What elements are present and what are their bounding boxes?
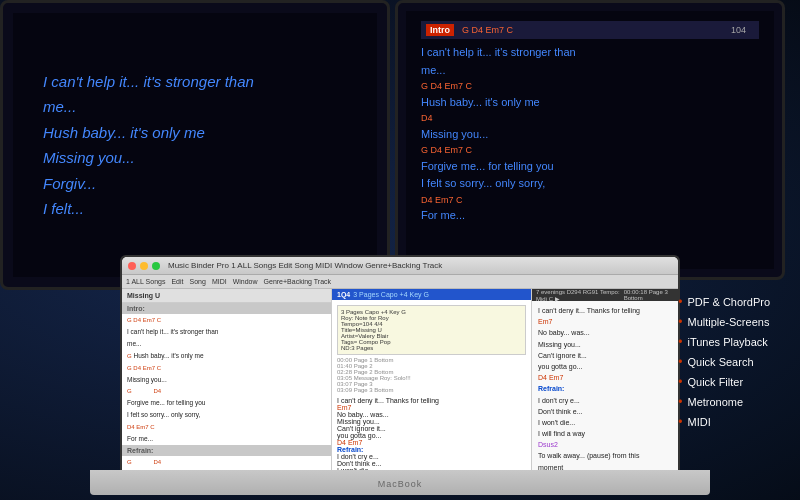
pr-line5: you gotta go... — [538, 361, 672, 372]
tv-left: I can't help it... it's stronger than me… — [0, 0, 390, 290]
panel-middle-header: 1Q4 3 Pages Capo +4 Key G — [332, 289, 531, 300]
bullet-icon: • — [678, 415, 682, 429]
song-line: me... — [122, 338, 331, 350]
feature-itunes: • iTunes Playback — [678, 335, 770, 349]
feature-label: Quick Filter — [687, 376, 743, 388]
tv-right-screen: Intro G D4 Em7 C 104 I can't help it... … — [406, 11, 774, 269]
pm-line6: I don't cry e... — [337, 453, 526, 460]
pm-header-info: 3 Pages Capo +4 Key G — [353, 291, 429, 298]
song-line: G D4 Em7 C — [122, 314, 331, 326]
pm-line4: Can't ignore it... — [337, 425, 526, 432]
feature-pdf: • PDF & ChordPro — [678, 295, 770, 309]
tvr-line2: me... — [421, 62, 759, 80]
pr-line11: moment — [538, 462, 672, 470]
tv-left-line4: Missing you... — [43, 145, 347, 171]
pm-line1: I can't deny it... Thanks for telling — [337, 397, 526, 404]
pr-bar-text: 7 evenings D294 RG91 Tempo: Midi C ▶ — [536, 289, 621, 302]
macbook-base: MacBook — [90, 470, 710, 495]
bullet-icon: • — [678, 395, 682, 409]
panel-right: 7 evenings D294 RG91 Tempo: Midi C ▶ 00:… — [532, 289, 678, 470]
minimize-button[interactable] — [140, 262, 148, 270]
tv-right-content: I can't help it... it's stronger than me… — [421, 44, 759, 225]
features-list: • PDF & ChordPro • Multiple-Screens • iT… — [678, 295, 770, 429]
pr-line3: Missing you... — [538, 339, 672, 350]
bullet-icon: • — [678, 355, 682, 369]
tvr-chord1: G D4 Em7 C — [421, 79, 759, 93]
bullet-icon: • — [678, 315, 682, 329]
tvr-line4: Missing you... — [421, 126, 759, 144]
menu-window[interactable]: Window — [233, 278, 258, 285]
tv-left-line3: Hush baby... it's only me — [43, 120, 347, 146]
pr-chord1: Em7 — [538, 316, 672, 327]
pr-line6: I don't cry e... — [538, 395, 672, 406]
song-line: G D4 — [122, 385, 331, 397]
tv-right-topbar: Intro G D4 Em7 C 104 — [421, 21, 759, 39]
maximize-button[interactable] — [152, 262, 160, 270]
song-line: For me... — [122, 433, 331, 445]
bullet-icon: • — [678, 295, 682, 309]
feature-screens: • Multiple-Screens — [678, 315, 770, 329]
panel-left: Missing U Intro: G D4 Em7 C I can't help… — [122, 289, 332, 470]
tvr-line6: I felt so sorry... only sorry, — [421, 175, 759, 193]
tv-left-line5: Forgiv... — [43, 171, 347, 197]
tv-intro-badge: Intro — [426, 24, 454, 36]
feature-label: PDF & ChordPro — [687, 296, 770, 308]
pr-line1: I can't deny it... Thanks for telling — [538, 305, 672, 316]
feature-quick-search: • Quick Search — [678, 355, 770, 369]
tvr-line7: For me... — [421, 207, 759, 225]
pm-content: 3 Pages Capo +4 Key G Roy: Note for Roy … — [332, 300, 531, 470]
pm-refrain: Refrain: — [337, 446, 526, 453]
pr-line4: Can't ignore it... — [538, 350, 672, 361]
tv-left-line1: I can't help it... it's stronger than — [43, 69, 347, 95]
menu-midi[interactable]: MIDI — [212, 278, 227, 285]
menu-edit[interactable]: Edit — [171, 278, 183, 285]
app-content: Missing U Intro: G D4 Em7 C I can't help… — [122, 289, 678, 470]
menu-song[interactable]: Song — [190, 278, 206, 285]
song-line: I felt so sorry... only sorry, — [122, 409, 331, 421]
pr-refrain: Refrain: — [538, 383, 672, 394]
pr-line9: I will find a way — [538, 428, 672, 439]
pm-line5: you gotta go... — [337, 432, 526, 439]
tvr-line1: I can't help it... it's stronger than — [421, 44, 759, 62]
song-line: G Hush baby... it's only me — [122, 350, 331, 362]
bullet-icon: • — [678, 375, 682, 389]
macbook: Music Binder Pro 1 ALL Songs Edit Song M… — [90, 255, 710, 495]
macbook-label: MacBook — [378, 479, 423, 489]
song-line: G D4 Em7 C — [122, 362, 331, 374]
pm-info-box: 3 Pages Capo +4 Key G Roy: Note for Roy … — [337, 305, 526, 355]
song-line: D4 Em7 C — [122, 421, 331, 433]
menu-genre[interactable]: Genre+Backing Track — [264, 278, 332, 285]
close-button[interactable] — [128, 262, 136, 270]
tv-chord-badge: G D4 Em7 C — [462, 25, 513, 35]
pm-line7: Don't think e... — [337, 460, 526, 467]
titlebar-text: Music Binder Pro 1 ALL Songs Edit Song M… — [168, 261, 672, 270]
pr-small-bar: 7 evenings D294 RG91 Tempo: Midi C ▶ 00:… — [532, 289, 678, 301]
tv-right-info: 104 — [731, 25, 746, 35]
intro-label: Intro: — [122, 303, 331, 314]
pm-chord2: D4 Em7 — [337, 439, 526, 446]
tv-left-line2: me... — [43, 94, 347, 120]
song-line: Missing you... — [122, 374, 331, 386]
pr-line8: I won't die... — [538, 417, 672, 428]
song-line: G D4 — [122, 456, 331, 468]
feature-label: MIDI — [687, 416, 710, 428]
pr-line7: Don't think e... — [538, 406, 672, 417]
panel-middle: 1Q4 3 Pages Capo +4 Key G 3 Pages Capo +… — [332, 289, 532, 470]
tvr-chord4: D4 Em7 C — [421, 193, 759, 207]
macbook-app: Music Binder Pro 1 ALL Songs Edit Song M… — [122, 257, 678, 470]
song-line: I can't help it... it's stronger than — [122, 326, 331, 338]
feature-midi: • MIDI — [678, 415, 770, 429]
tvr-line5: Forgive me... for telling you — [421, 158, 759, 176]
macbook-screen: Music Binder Pro 1 ALL Songs Edit Song M… — [120, 255, 680, 470]
pr-line2: No baby... was... — [538, 327, 672, 338]
refrain-label: Refrain: — [122, 445, 331, 456]
tvr-chord3: G D4 Em7 C — [421, 143, 759, 157]
timestamp-5: 03:09 Page 3 Bottom — [337, 387, 526, 393]
tv-left-screen: I can't help it... it's stronger than me… — [13, 13, 377, 277]
tv-right: Intro G D4 Em7 C 104 I can't help it... … — [395, 0, 785, 280]
pr-time: 00:00:18 Page 3 Bottom — [624, 289, 674, 301]
panel-left-header: Missing U — [122, 289, 331, 303]
feature-label: iTunes Playback — [687, 336, 767, 348]
bullet-icon: • — [678, 335, 682, 349]
menu-all-songs[interactable]: 1 ALL Songs — [126, 278, 165, 285]
